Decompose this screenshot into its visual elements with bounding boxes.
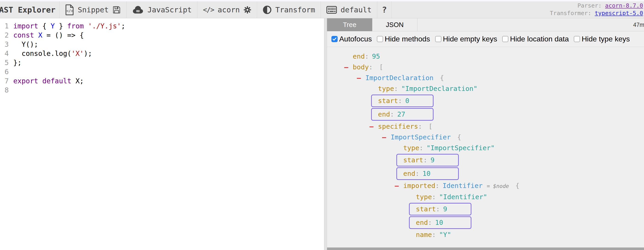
tree-row: type:"ImportSpecifier"	[327, 143, 644, 153]
code-token: export	[13, 77, 38, 85]
ast-tree: end:95–body:[–ImportDeclaration{type:"Im…	[327, 47, 644, 240]
checkbox[interactable]	[502, 36, 508, 42]
toggle-icon[interactable]	[262, 5, 272, 14]
code-editor[interactable]: 1import { Y } from './Y.js';2const X = (…	[0, 18, 324, 250]
colon: :	[394, 85, 398, 93]
line-number: 2	[2, 31, 9, 40]
check-icon	[332, 37, 337, 41]
checkbox-label: Hide location data	[510, 35, 569, 43]
parser-version-link[interactable]: acorn-8.7.0	[605, 2, 643, 9]
collapse-toggle-icon[interactable]: –	[395, 180, 403, 191]
line-number: 8	[2, 86, 9, 95]
colon: :	[436, 182, 439, 190]
code-line: 2const X = () => {	[2, 31, 324, 40]
tree-key: end	[416, 217, 428, 228]
tree-row: end:10	[327, 167, 644, 180]
highlighted-range-box: start:9	[396, 154, 459, 166]
code-token: const	[13, 31, 34, 39]
tree-row[interactable]: –body:[	[327, 62, 644, 73]
checkbox-label: Hide methods	[385, 35, 430, 43]
colon: :	[415, 168, 419, 179]
line-number: 6	[2, 67, 9, 76]
checkbox[interactable]	[435, 36, 441, 42]
code-token: X;	[72, 77, 84, 85]
code-token: );	[84, 49, 92, 57]
tree-row: type:"Identifier"	[327, 192, 644, 202]
tree-row: type:"ImportDeclaration"	[327, 83, 644, 94]
bracket: [	[379, 63, 383, 71]
code-token: './Y.js'	[88, 22, 121, 30]
help-button[interactable]: ?	[377, 1, 392, 18]
save-icon[interactable]	[112, 6, 121, 14]
code-token: = () => {	[42, 31, 84, 39]
file-code-icon[interactable]: </>	[65, 4, 74, 15]
code-line: 7export default X;	[2, 76, 324, 86]
highlighted-range-box: end:27	[371, 108, 434, 121]
code-token: {	[38, 22, 50, 30]
bracket: {	[516, 182, 520, 190]
line-number: 7	[2, 76, 9, 86]
transformer-info-row: Transformer: typescript-5.0	[550, 9, 643, 17]
transform-toggle-label[interactable]: Transform	[276, 5, 315, 14]
tree-value: 9	[443, 204, 447, 215]
code-line: 5};	[2, 58, 324, 67]
tree-key: imported	[403, 182, 436, 190]
keymap-selector[interactable]: default	[340, 5, 372, 14]
line-number: 5	[2, 58, 9, 67]
checkbox[interactable]	[377, 36, 383, 42]
tree-row: start:9	[327, 202, 644, 216]
tree-node-type: Identifier	[442, 182, 483, 190]
checkbox[interactable]	[332, 36, 338, 42]
tree-key: type	[416, 193, 432, 201]
tree-row[interactable]: –ImportDeclaration{	[327, 73, 644, 83]
option-hide-methods[interactable]: Hide methods	[377, 35, 430, 43]
option-hide-type-keys[interactable]: Hide type keys	[574, 35, 630, 43]
option-hide-empty-keys[interactable]: Hide empty keys	[435, 35, 497, 43]
tree-row[interactable]: –specifiers:[	[327, 121, 644, 132]
app-title: AST Explorer	[0, 1, 60, 18]
language-selector[interactable]: JavaScript	[148, 5, 192, 14]
transform-group[interactable]: Transform	[257, 1, 321, 18]
tree-row[interactable]: –imported:Identifier= $node{	[327, 180, 644, 192]
collapse-toggle-icon[interactable]: –	[357, 73, 366, 83]
tree-key: end	[403, 168, 415, 179]
panel-resizer[interactable]	[324, 18, 327, 250]
tab-tree[interactable]: Tree	[327, 18, 372, 31]
line-number: 1	[2, 21, 9, 31]
option-hide-location-data[interactable]: Hide location data	[502, 35, 569, 43]
version-info: Parser: acorn-8.7.0 Transformer: typescr…	[550, 1, 644, 18]
tree-row: start:0	[327, 94, 644, 108]
colon: :	[423, 155, 427, 165]
gear-icon[interactable]	[244, 6, 251, 14]
colon: :	[418, 123, 422, 130]
collapse-toggle-icon[interactable]: –	[344, 62, 353, 73]
horizontal-scrollbar[interactable]	[327, 248, 644, 250]
colon: :	[432, 193, 436, 201]
highlighted-range-box: start:0	[371, 95, 434, 107]
tree-value: 95	[372, 52, 380, 60]
collapse-toggle-icon[interactable]: –	[382, 132, 390, 143]
keymap-group[interactable]: default	[321, 1, 377, 18]
collapse-toggle-icon[interactable]: –	[370, 121, 378, 132]
option-autofocus[interactable]: Autofocus	[332, 35, 372, 43]
checkbox[interactable]	[574, 36, 580, 42]
tree-row: end:10	[327, 216, 644, 229]
highlighted-range-box: end:10	[409, 216, 472, 229]
code-token: import	[13, 22, 38, 30]
language-group[interactable]: ∞ JavaScript	[126, 1, 198, 18]
svg-text:</>: </>	[66, 9, 73, 13]
code-token: from	[67, 22, 84, 30]
parser-info-label: Parser:	[578, 2, 602, 9]
tree-value: 0	[405, 96, 409, 106]
code-token: default	[42, 77, 71, 85]
parser-selector[interactable]: acorn	[218, 5, 240, 14]
colon: :	[365, 52, 368, 60]
tree-value: 9	[430, 155, 434, 165]
transformer-version-link[interactable]: typescript-5.0	[595, 10, 643, 16]
code-token: ;	[121, 22, 125, 30]
tree-value: "ImportDeclaration"	[401, 85, 478, 93]
tab-json[interactable]: JSON	[372, 18, 418, 31]
snippet-button[interactable]: Snippet	[78, 5, 109, 14]
tree-row[interactable]: –ImportSpecifier{	[327, 132, 644, 143]
checkbox-label: Hide type keys	[582, 35, 630, 43]
